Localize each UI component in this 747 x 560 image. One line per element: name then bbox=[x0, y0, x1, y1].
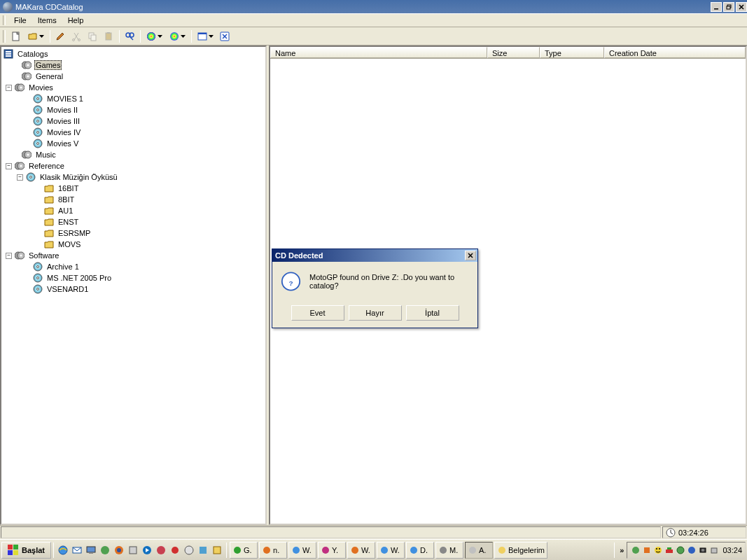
tree-msnet[interactable]: MS .NET 2005 Pro bbox=[46, 273, 113, 283]
dialog-cancel-button[interactable]: İptal bbox=[406, 305, 459, 321]
start-button[interactable]: Başlat bbox=[1, 542, 51, 559]
tree-enst[interactable]: ENST bbox=[57, 217, 80, 227]
menu-items[interactable]: Items bbox=[32, 15, 62, 26]
expander-collapse-icon[interactable]: − bbox=[6, 253, 12, 259]
column-creation[interactable]: Creation Date bbox=[604, 47, 746, 58]
tree-general[interactable]: General bbox=[34, 71, 64, 81]
task-button[interactable]: W. bbox=[377, 542, 405, 559]
open-button[interactable] bbox=[25, 29, 47, 44]
tree-pane[interactable]: Catalogs Games General − Movies MOVIES 1… bbox=[0, 46, 267, 525]
close-button[interactable] bbox=[736, 2, 747, 12]
dialog-yes-button[interactable]: Evet bbox=[291, 305, 344, 321]
tray-icon[interactable] bbox=[698, 545, 708, 555]
column-type[interactable]: Type bbox=[540, 47, 604, 58]
task-label: Y. bbox=[332, 546, 338, 554]
ql-media-icon[interactable] bbox=[141, 544, 153, 556]
ql-record-icon[interactable] bbox=[169, 544, 181, 556]
tree-music[interactable]: Music bbox=[34, 150, 57, 160]
tray-icon[interactable] bbox=[687, 545, 697, 555]
svg-point-69 bbox=[117, 548, 121, 552]
tree-vsenard[interactable]: VSENARD1 bbox=[46, 284, 90, 294]
task-button[interactable]: n. bbox=[259, 542, 287, 559]
dialog-no-button[interactable]: Hayır bbox=[349, 305, 402, 321]
tree-movies5[interactable]: Movies V bbox=[46, 139, 80, 148]
expander-collapse-icon[interactable]: − bbox=[6, 85, 12, 91]
tree-movs[interactable]: MOVS bbox=[57, 239, 82, 249]
find-button[interactable] bbox=[122, 29, 137, 44]
colorwheel2-button[interactable] bbox=[166, 29, 188, 44]
tree-root[interactable]: Catalogs bbox=[16, 49, 49, 59]
task-button[interactable]: W. bbox=[347, 542, 375, 559]
tree-movies3[interactable]: Movies III bbox=[46, 116, 81, 126]
svg-point-81 bbox=[351, 547, 358, 554]
menubar: File Items Help bbox=[0, 13, 747, 27]
task-button[interactable]: Belgelerim bbox=[494, 542, 547, 559]
tray-icon[interactable] bbox=[631, 545, 641, 555]
tree-au1[interactable]: AU1 bbox=[57, 206, 74, 216]
ql-app3-icon[interactable] bbox=[155, 544, 167, 556]
ql-outlook-icon[interactable] bbox=[71, 544, 83, 556]
tray-clock[interactable]: 03:24 bbox=[722, 546, 742, 554]
copy-button[interactable] bbox=[85, 29, 100, 44]
edit-button[interactable] bbox=[53, 29, 68, 44]
restore-button[interactable] bbox=[723, 2, 734, 12]
ql-ie-icon[interactable] bbox=[57, 544, 69, 556]
tree-reference[interactable]: Reference bbox=[27, 161, 66, 171]
tree-16bit[interactable]: 16BIT bbox=[57, 183, 80, 193]
tree-movies4[interactable]: Movies IV bbox=[46, 127, 82, 137]
task-button[interactable]: A. bbox=[465, 542, 493, 559]
delete-button[interactable] bbox=[217, 29, 232, 44]
toolbar-grip[interactable] bbox=[3, 30, 6, 43]
column-size[interactable]: Size bbox=[487, 47, 540, 58]
task-button[interactable]: Y. bbox=[318, 542, 346, 559]
task-button[interactable]: W. bbox=[288, 542, 316, 559]
menubar-grip[interactable] bbox=[3, 15, 6, 25]
ql-desktop-icon[interactable] bbox=[85, 544, 97, 556]
dialog-close-button[interactable] bbox=[465, 251, 476, 260]
tree-movies[interactable]: Movies bbox=[27, 83, 55, 92]
tree-archive1[interactable]: Archive 1 bbox=[46, 262, 81, 272]
tray-icon[interactable] bbox=[664, 545, 674, 555]
ql-app1-icon[interactable] bbox=[99, 544, 111, 556]
tray-icon[interactable] bbox=[642, 545, 652, 555]
tree-movies1[interactable]: MOVIES 1 bbox=[46, 94, 85, 104]
column-name[interactable]: Name bbox=[270, 47, 487, 58]
new-button[interactable] bbox=[8, 29, 24, 44]
tree-8bit[interactable]: 8BIT bbox=[57, 195, 76, 204]
column-headers: Name Size Type Creation Date bbox=[270, 47, 746, 59]
ql-app5-icon[interactable] bbox=[197, 544, 209, 556]
ql-app6-icon[interactable] bbox=[211, 544, 223, 556]
cut-button[interactable] bbox=[69, 29, 84, 44]
menu-help[interactable]: Help bbox=[62, 15, 90, 26]
tree-movies2[interactable]: Movies II bbox=[46, 105, 79, 115]
minimize-button[interactable] bbox=[711, 2, 722, 12]
expander-collapse-icon[interactable]: − bbox=[17, 174, 23, 181]
dialog-titlebar[interactable]: CD Dedected bbox=[272, 249, 477, 262]
svg-point-34 bbox=[37, 109, 39, 111]
svg-point-38 bbox=[37, 132, 39, 134]
cd-icon bbox=[25, 172, 36, 182]
menu-file[interactable]: File bbox=[8, 15, 32, 26]
ql-app2-icon[interactable] bbox=[127, 544, 139, 556]
paste-button[interactable] bbox=[101, 29, 116, 44]
window-toggle-button[interactable] bbox=[194, 29, 216, 44]
task-button[interactable]: D. bbox=[406, 542, 434, 559]
tray-icon[interactable] bbox=[676, 545, 685, 555]
task-button[interactable]: M. bbox=[435, 542, 463, 559]
tray-icon[interactable] bbox=[653, 545, 663, 555]
ql-firefox-icon[interactable] bbox=[113, 544, 125, 556]
tree-software[interactable]: Software bbox=[27, 251, 60, 260]
taskbar-chevron[interactable]: » bbox=[617, 546, 627, 554]
svg-rect-61 bbox=[8, 550, 13, 555]
cd-icon bbox=[32, 105, 43, 115]
task-app-icon bbox=[232, 545, 242, 555]
tray-icon[interactable] bbox=[709, 545, 719, 555]
tree-esrsmp[interactable]: ESRSMP bbox=[57, 228, 92, 238]
expander-collapse-icon[interactable]: − bbox=[6, 163, 12, 169]
ql-app4-icon[interactable] bbox=[183, 544, 195, 556]
tree-klasik[interactable]: Klasik Müziğin Öyküsü bbox=[39, 172, 119, 182]
task-button[interactable]: G. bbox=[230, 542, 258, 559]
colorwheel1-button[interactable] bbox=[143, 29, 165, 44]
tree-games[interactable]: Games bbox=[34, 60, 62, 70]
svg-point-46 bbox=[20, 165, 22, 167]
